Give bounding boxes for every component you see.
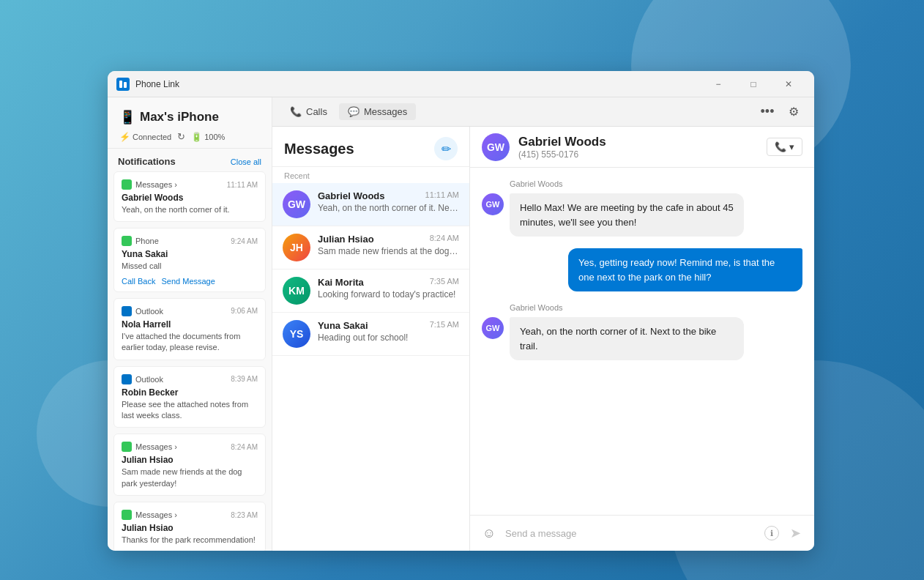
message-content: Yuna Sakai 7:15 AM Heading out for schoo… <box>318 320 459 343</box>
app-icon <box>116 78 130 91</box>
chat-avatar-initials: GW <box>487 141 504 153</box>
calls-nav-label: Calls <box>306 106 327 117</box>
battery-label: 100% <box>204 133 225 141</box>
avatar: KM <box>283 277 310 305</box>
titlebar-controls: − □ ✕ <box>701 71 805 97</box>
calls-nav-button[interactable]: 📞 Calls <box>281 103 336 120</box>
device-status: ⚡ Connected ↻ 🔋 100% <box>119 131 260 142</box>
notif-source-name: Phone <box>135 237 159 245</box>
notif-body: Missed call <box>122 261 258 272</box>
info-button[interactable]: ℹ <box>764 526 779 540</box>
message-list-item[interactable]: YS Yuna Sakai 7:15 AM Heading out for sc… <box>272 313 469 356</box>
chat-panel: GW Gabriel Woods (415) 555-0176 📞 ▾ <box>470 127 814 551</box>
message-input[interactable] <box>505 528 759 539</box>
content-area: Messages ✏ Recent GW Gabriel Woods 11:11… <box>272 127 814 551</box>
message-header-row: Julian Hsiao 8:24 AM <box>318 234 459 245</box>
more-button[interactable]: ••• <box>756 100 779 124</box>
notif-body: Yeah, on the north corner of it. <box>122 204 258 215</box>
notifications-title: Notifications <box>118 156 176 167</box>
msg-sender-label: Gabriel Woods <box>510 303 563 312</box>
svg-rect-1 <box>124 82 127 88</box>
settings-button[interactable]: ⚙ <box>782 100 805 124</box>
battery-status: 🔋 100% <box>191 132 225 142</box>
connected-label: Connected <box>133 133 171 141</box>
chat-header: GW Gabriel Woods (415) 555-0176 📞 ▾ <box>470 127 814 168</box>
message-sender-name: Yuna Sakai <box>318 320 368 331</box>
recent-label: Recent <box>272 167 469 183</box>
avatar: YS <box>283 320 310 348</box>
notification-item: Outlook 9:06 AM Nola Harrell I've attach… <box>113 298 266 360</box>
notif-time: 8:24 AM <box>231 443 258 451</box>
message-preview: Looking forward to today's practice! <box>318 289 459 300</box>
notif-action-btn[interactable]: Call Back <box>122 277 155 286</box>
message-time: 7:35 AM <box>430 277 459 288</box>
battery-icon: 🔋 <box>191 132 202 142</box>
message-group: Gabriel Woods GW Hello Max! We are meeti… <box>482 179 802 237</box>
close-all-button[interactable]: Close all <box>231 157 261 166</box>
notif-source-name: Messages › <box>135 510 177 519</box>
notif-sender: Gabriel Woods <box>122 193 258 203</box>
chat-contact-avatar: GW <box>482 133 510 161</box>
minimize-button[interactable]: − <box>701 71 735 97</box>
avatar: GW <box>283 190 310 218</box>
message-list-item[interactable]: JH Julian Hsiao 8:24 AM Sam made new fri… <box>272 226 469 269</box>
notifications-header: Notifications Close all <box>108 149 272 171</box>
message-time: 11:11 AM <box>425 190 459 201</box>
notif-header-row: Outlook 9:06 AM <box>122 306 258 316</box>
message-header-row: Gabriel Woods 11:11 AM <box>318 190 459 201</box>
messages-nav-label: Messages <box>364 106 407 117</box>
notif-source: Messages › <box>122 510 177 520</box>
messages-panel-header: Messages ✏ <box>272 127 469 167</box>
send-button[interactable]: ➤ <box>785 523 805 543</box>
chat-messages: Gabriel Woods GW Hello Max! We are meeti… <box>470 168 814 515</box>
notification-item: Messages › 8:24 AM Julian Hsiao Sam made… <box>113 434 266 496</box>
notif-sender: Julian Hsiao <box>122 523 258 533</box>
close-button[interactable]: ✕ <box>772 71 805 97</box>
notif-time: 9:24 AM <box>231 237 258 245</box>
notif-header-row: Outlook 8:39 AM <box>122 374 258 384</box>
refresh-icon[interactable]: ↻ <box>177 131 185 142</box>
bluetooth-status: ⚡ Connected <box>119 132 171 142</box>
messages-panel: Messages ✏ Recent GW Gabriel Woods 11:11… <box>272 127 470 551</box>
message-time: 7:15 AM <box>430 320 459 331</box>
compose-button[interactable]: ✏ <box>434 137 458 160</box>
window-body: 📱 Max's iPhone ⚡ Connected ↻ 🔋 100% <box>108 97 814 551</box>
message-group: Yes, getting ready now! Remind me, is th… <box>482 248 802 291</box>
message-sender-name: Gabriel Woods <box>318 190 385 201</box>
message-list: GW Gabriel Woods 11:11 AM Yeah, on the n… <box>272 183 469 551</box>
notif-time: 11:11 AM <box>227 181 258 189</box>
notif-source: Messages › <box>122 179 177 190</box>
messages-nav-button[interactable]: 💬 Messages <box>339 103 416 120</box>
bluetooth-icon: ⚡ <box>119 132 130 142</box>
device-name: 📱 Max's iPhone <box>119 109 260 125</box>
notif-source-name: Outlook <box>135 375 163 384</box>
phone-nav-icon: 📞 <box>290 106 302 117</box>
message-list-item[interactable]: KM Kai Morita 7:35 AM Looking forward to… <box>272 269 469 313</box>
msg-bubble: Yes, getting ready now! Remind me, is th… <box>568 248 802 291</box>
notif-body: Sam made new friends at the dog park yes… <box>122 466 258 489</box>
chat-contact-phone: (415) 555-0176 <box>518 149 758 160</box>
message-content: Kai Morita 7:35 AM Looking forward to to… <box>318 277 459 300</box>
message-sender-name: Kai Morita <box>318 277 364 288</box>
notif-action-btn[interactable]: Send Message <box>161 277 215 286</box>
notif-sender: Robin Becker <box>122 387 258 398</box>
notif-sender: Julian Hsiao <box>122 455 258 465</box>
message-list-item[interactable]: GW Gabriel Woods 11:11 AM Yeah, on the n… <box>272 183 469 226</box>
message-preview: Yeah, on the north corner of it. Next to… <box>318 203 459 213</box>
notif-source-icon <box>122 179 132 190</box>
messages-panel-title: Messages <box>284 141 354 157</box>
message-group: Gabriel Woods GW Yeah, on the north corn… <box>482 303 802 360</box>
msg-bubble: Hello Max! We are meeting by the cafe in… <box>510 193 744 237</box>
notification-item: Messages › 8:23 AM Julian Hsiao Thanks f… <box>113 502 266 551</box>
notif-time: 8:39 AM <box>231 375 258 383</box>
notif-source-icon <box>122 374 132 384</box>
maximize-button[interactable]: □ <box>737 71 770 97</box>
call-icon: 📞 <box>775 141 786 152</box>
avatar: JH <box>283 234 310 261</box>
notif-body: Thanks for the park recommendation! <box>122 535 258 546</box>
phone-link-window: Phone Link − □ ✕ 📱 Max's iPhone ⚡ Connec… <box>108 71 814 551</box>
emoji-button[interactable]: ☺ <box>479 523 499 543</box>
notif-body: I've attached the documents from earlier… <box>122 331 258 354</box>
call-button[interactable]: 📞 ▾ <box>767 138 802 156</box>
notif-header-row: Messages › 11:11 AM <box>122 179 258 190</box>
